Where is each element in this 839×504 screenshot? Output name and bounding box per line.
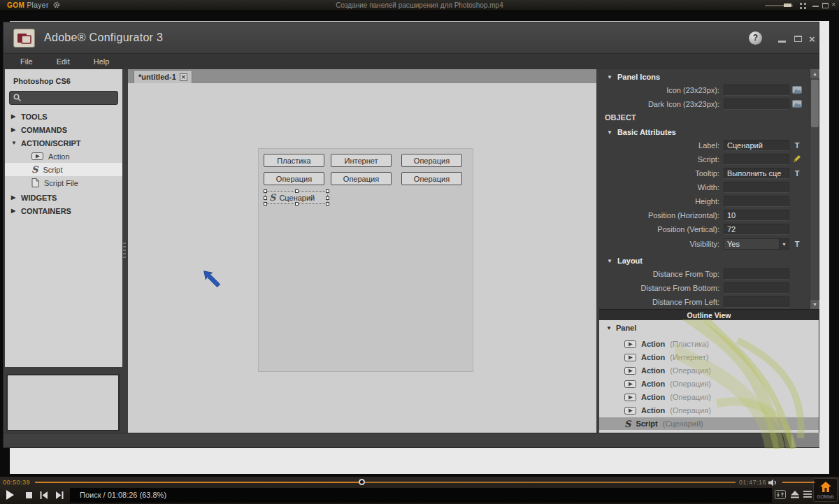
chevron-down-icon[interactable]: ▼ [779, 239, 789, 249]
selection-handle[interactable] [295, 202, 299, 206]
outline-item[interactable]: Action (Интернет) [599, 351, 819, 363]
eject-icon[interactable] [791, 491, 799, 498]
expanded-arrow-icon: ▼ [607, 74, 612, 80]
width-input[interactable] [724, 182, 789, 193]
text-style-icon[interactable]: T [789, 240, 805, 248]
object-header: OBJECT [605, 113, 745, 122]
tree-item-script[interactable]: S Script [5, 163, 122, 176]
label-input[interactable] [724, 140, 789, 151]
gomlab-button[interactable]: GOMlab [813, 478, 838, 502]
selection-handle[interactable] [326, 202, 329, 206]
configurator-close-button[interactable]: × [809, 33, 815, 45]
field-label-row: Label: T [599, 139, 809, 152]
edit-pencil-icon[interactable] [789, 154, 805, 164]
scroll-down-icon[interactable]: ▼ [810, 300, 819, 309]
selection-handle[interactable] [295, 189, 299, 193]
outline-item[interactable]: Action (Операция) [599, 364, 819, 377]
design-canvas[interactable]: *untitled-1 ✕ Пластика Интернет Операция… [128, 69, 596, 433]
canvas-action-button[interactable]: Интернет [331, 154, 392, 167]
collapsed-arrow-icon: ▶ [11, 208, 17, 214]
field-script-row: Script: [599, 153, 809, 166]
canvas-action-button[interactable]: Пластика [264, 154, 324, 167]
search-input[interactable] [24, 94, 114, 102]
seek-handle[interactable] [359, 479, 365, 485]
field-tooltip-row: Tooltip: T [599, 167, 809, 180]
widget-label: Сценарий [279, 194, 315, 202]
transparency-slider-knob[interactable] [784, 3, 791, 7]
menu-file[interactable]: File [20, 57, 33, 66]
outline-root-panel[interactable]: ▼ Panel [606, 324, 636, 332]
tree-item-script-file[interactable]: Script File [5, 176, 122, 189]
canvas-action-button[interactable]: Операция [264, 172, 324, 185]
tab-close-icon[interactable]: ✕ [180, 73, 187, 81]
menu-hamburger-icon[interactable] [803, 491, 812, 498]
tree-group-tools[interactable]: ▶ TOOLS [5, 110, 122, 123]
next-button[interactable] [55, 491, 64, 499]
scrollbar-thumb[interactable] [811, 80, 819, 127]
image-picker-icon[interactable] [789, 100, 805, 109]
canvas-action-button[interactable]: Операция [401, 172, 462, 185]
configurator-maximize-button[interactable] [794, 36, 802, 42]
control-panel-icon[interactable] [775, 490, 786, 499]
script-input[interactable] [724, 154, 789, 165]
outline-item[interactable]: Action (Операция) [599, 404, 819, 417]
sidebar-resize-grip[interactable] [123, 243, 126, 258]
selection-handle[interactable] [326, 189, 329, 193]
tree-group-widgets[interactable]: ▶ WIDGETS [5, 191, 122, 204]
image-picker-icon[interactable] [789, 86, 805, 95]
selected-script-widget[interactable]: S Сценарий [265, 191, 328, 204]
document-tab[interactable]: *untitled-1 ✕ [134, 70, 192, 83]
speaker-icon[interactable] [768, 479, 778, 487]
stop-button[interactable] [26, 492, 32, 498]
canvas-action-button[interactable]: Операция [331, 172, 392, 185]
tree-group-action-script[interactable]: ▼ ACTION/SCRIPT [5, 136, 122, 150]
dark-icon-input[interactable] [724, 99, 789, 110]
player-close-button[interactable]: × [831, 0, 836, 8]
help-button[interactable]: ? [749, 31, 762, 45]
volume-slider[interactable] [782, 482, 815, 483]
height-input[interactable] [724, 196, 789, 207]
canvas-action-button[interactable]: Операция [401, 154, 462, 167]
text-style-icon[interactable]: T [789, 141, 805, 150]
section-basic-attributes[interactable]: ▼ Basic Attributes [599, 127, 809, 138]
outline-item[interactable]: Action (Операция) [599, 391, 819, 403]
section-panel-icons[interactable]: ▼ Panel Icons [599, 71, 809, 82]
menu-edit[interactable]: Edit [57, 57, 70, 66]
distance-bottom-input[interactable] [724, 282, 789, 294]
seek-bar[interactable] [35, 482, 736, 483]
distance-top-input[interactable] [724, 268, 789, 280]
outline-item[interactable]: Action (Пластика) [599, 338, 819, 350]
player-titlebar: GOMPlayer Создание панелей расширения дл… [0, 0, 839, 11]
selection-handle[interactable] [264, 196, 267, 200]
selection-handle[interactable] [264, 189, 267, 193]
player-minimize-button[interactable] [812, 6, 819, 7]
tree-group-commands[interactable]: ▶ COMMANDS [5, 123, 122, 136]
selection-handle[interactable] [326, 196, 329, 200]
visibility-dropdown[interactable]: Yes ▼ [724, 238, 789, 250]
search-box[interactable] [9, 91, 118, 105]
properties-scrollbar[interactable]: ▲ ▼ [810, 69, 819, 309]
position-horizontal-input[interactable] [724, 210, 789, 221]
script-icon: S [31, 165, 38, 174]
outline-view-header[interactable]: Outline View [599, 309, 819, 320]
selection-handle[interactable] [264, 202, 267, 206]
text-style-icon[interactable]: T [789, 169, 805, 178]
tree-group-containers[interactable]: ▶ CONTAINERS [5, 204, 122, 217]
menu-help[interactable]: Help [94, 57, 110, 66]
configurator-minimize-button[interactable] [778, 41, 786, 43]
outline-item[interactable]: Action (Операция) [599, 377, 819, 390]
previous-button[interactable] [40, 491, 48, 499]
distance-left-input[interactable] [724, 296, 789, 308]
outline-item-selected[interactable]: S Script (Сценарий) [599, 417, 819, 430]
icon-input[interactable] [724, 85, 789, 96]
transparency-slider[interactable] [765, 5, 793, 6]
tooltip-input[interactable] [724, 168, 789, 179]
section-layout[interactable]: ▼ Layout [599, 255, 809, 266]
fullscreen-icon[interactable] [800, 3, 806, 9]
play-button[interactable] [6, 490, 15, 500]
tree-item-action[interactable]: Action [5, 150, 122, 163]
player-maximize-button[interactable] [822, 3, 829, 8]
video-area[interactable]: Adobe® Configurator 3 ? × File Edit Help… [0, 11, 839, 477]
scroll-up-icon[interactable]: ▲ [810, 69, 819, 78]
position-vertical-input[interactable] [724, 224, 789, 235]
